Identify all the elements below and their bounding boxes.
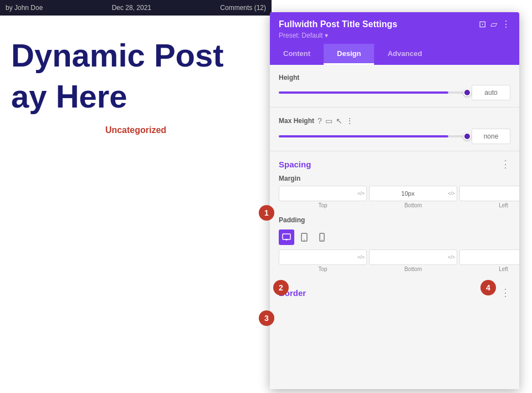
margin-bottom-input-row: </>	[369, 186, 457, 201]
padding-label: Padding	[279, 216, 510, 224]
margin-left-wrap: </> Left	[459, 186, 519, 208]
height-slider-fill	[279, 91, 448, 94]
panel-header: Fullwidth Post Title Settings ⊡ ▱ ⋮ Pres…	[270, 12, 519, 44]
blog-topbar: by John Doe Dec 28, 2021 Comments (12)	[0, 0, 272, 16]
spacing-section-header: Spacing ⋮	[270, 151, 519, 175]
desktop-icon[interactable]	[279, 229, 294, 245]
svg-point-6	[321, 239, 323, 241]
margin-top-label: Top	[318, 202, 327, 208]
margin-fields: </> Top </> Bottom </>	[279, 186, 510, 208]
margin-bottom-wrap: </> Bottom	[369, 186, 457, 208]
panel-title-icons: ⊡ ▱ ⋮	[479, 19, 510, 29]
panel-title-row: Fullwidth Post Title Settings ⊡ ▱ ⋮	[279, 19, 510, 29]
blog-author: by John Doe	[6, 4, 43, 12]
padding-top-label: Top	[318, 266, 327, 272]
tablet-icon[interactable]: ▭	[325, 116, 332, 125]
blog-title-line2: ay Here	[11, 79, 260, 114]
blog-content: Dynamic Post ay Here Uncategorized	[0, 16, 272, 146]
max-height-label: Max Height	[279, 117, 314, 125]
height-label: Height	[279, 74, 510, 81]
max-height-slider-track[interactable]	[279, 135, 467, 137]
padding-bottom-label: Bottom	[405, 266, 422, 272]
padding-top-input[interactable]	[279, 250, 356, 264]
svg-rect-0	[283, 234, 290, 239]
height-slider-row	[279, 85, 510, 100]
max-height-label-row: Max Height ? ▭ ↖ ⋮	[279, 116, 510, 125]
height-slider-track[interactable]	[279, 91, 467, 94]
margin-bottom-label: Bottom	[405, 202, 422, 208]
margin-top-input[interactable]	[279, 186, 356, 201]
max-height-slider-fill	[279, 135, 448, 137]
padding-fields: </> Top </> Bottom </>	[279, 249, 510, 272]
tab-design[interactable]: Design	[324, 44, 374, 65]
spacing-more-icon[interactable]: ⋮	[500, 158, 510, 170]
panel-tabs: Content Design Advanced	[270, 44, 519, 65]
help-icon[interactable]: ?	[318, 116, 322, 125]
padding-top-wrap: </> Top	[279, 249, 367, 272]
badge-3: 3	[259, 310, 274, 326]
tab-advanced[interactable]: Advanced	[374, 44, 435, 65]
more-icon[interactable]: ⋮	[502, 19, 510, 29]
margin-left-input-row: </>	[459, 186, 519, 201]
margin-top-input-row: </>	[279, 186, 367, 201]
padding-bottom-input[interactable]	[370, 250, 446, 264]
padding-left-label: Left	[499, 266, 508, 272]
height-input[interactable]	[472, 85, 510, 100]
phone-icon[interactable]	[314, 229, 330, 245]
blog-title-line1: Dynamic Post	[11, 38, 260, 73]
padding-section: Padding	[270, 216, 519, 280]
options-icon[interactable]: ⋮	[346, 116, 354, 125]
margin-bottom-dynamic-icon[interactable]: </>	[446, 190, 457, 197]
max-height-slider-row	[279, 129, 510, 144]
max-height-section: Max Height ? ▭ ↖ ⋮	[270, 108, 519, 151]
border-more-icon[interactable]: ⋮	[500, 287, 510, 299]
blog-comments: Comments (12)	[220, 4, 266, 12]
device-icons-row	[279, 227, 510, 249]
badge-4: 4	[480, 280, 496, 295]
padding-left-input-row: </>	[459, 249, 519, 265]
margin-label: Margin	[279, 175, 510, 182]
height-section: Height	[270, 65, 519, 108]
spacing-title: Spacing	[279, 160, 311, 169]
padding-bottom-dynamic-icon[interactable]: </>	[446, 253, 457, 261]
padding-top-input-row: </>	[279, 249, 367, 265]
blog-category: Uncategorized	[11, 125, 260, 135]
expand-icon[interactable]: ⊡	[479, 19, 486, 29]
padding-left-wrap: </> Left	[459, 249, 519, 272]
blog-area: by John Doe Dec 28, 2021 Comments (12) D…	[0, 0, 272, 393]
margin-section: Margin </> Top </> Bottom	[270, 175, 519, 216]
margin-top-wrap: </> Top	[279, 186, 367, 208]
margin-top-dynamic-icon[interactable]: </>	[356, 190, 366, 197]
panel-body: Height Max Height ? ▭ ↖ ⋮	[270, 65, 519, 389]
svg-point-4	[304, 239, 305, 241]
margin-bottom-input[interactable]	[370, 186, 446, 201]
padding-left-input[interactable]	[460, 250, 519, 264]
margin-left-input[interactable]	[460, 186, 519, 201]
settings-panel: Fullwidth Post Title Settings ⊡ ▱ ⋮ Pres…	[270, 12, 519, 389]
cursor-icon[interactable]: ↖	[336, 116, 342, 125]
badge-2: 2	[273, 280, 289, 295]
resize-icon[interactable]: ▱	[490, 19, 497, 29]
blog-date: Dec 28, 2021	[112, 4, 151, 12]
tablet-device-icon[interactable]	[296, 229, 312, 245]
tab-content[interactable]: Content	[270, 44, 324, 65]
max-height-slider-thumb[interactable]	[463, 132, 471, 140]
max-height-input[interactable]	[472, 129, 510, 144]
margin-left-label: Left	[499, 202, 508, 208]
panel-preset[interactable]: Preset: Default ▾	[279, 32, 510, 39]
padding-top-dynamic-icon[interactable]: </>	[356, 253, 366, 261]
padding-bottom-wrap: </> Bottom	[369, 249, 457, 272]
panel-title: Fullwidth Post Title Settings	[279, 19, 397, 29]
padding-bottom-input-row: </>	[369, 249, 457, 265]
height-slider-thumb[interactable]	[463, 89, 471, 96]
badge-1: 1	[259, 205, 274, 221]
